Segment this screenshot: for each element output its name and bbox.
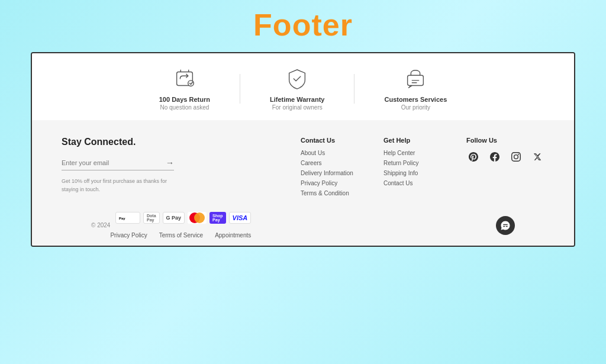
warranty-icon: [285, 66, 310, 91]
warranty-subtitle: For original owners: [272, 104, 323, 111]
apple-pay-icon: Pay: [115, 212, 140, 224]
footer-wrapper: 100 Days Return No question asked Lifeti…: [31, 52, 575, 247]
bottom-links: Privacy Policy Terms of Service Appointm…: [110, 232, 251, 239]
bottom-appointments-link[interactable]: Appointments: [215, 232, 251, 239]
svg-point-1: [188, 80, 194, 86]
benefit-return: 100 Days Return No question asked: [130, 66, 240, 111]
contact-us-column: Contact Us About Us Careers Delivery Inf…: [301, 137, 360, 200]
get-help-heading: Get Help: [383, 137, 443, 144]
newsletter-column: Stay Connected. → Get 10% off your first…: [62, 137, 192, 200]
link-about-us[interactable]: About Us: [301, 150, 360, 156]
link-shipping[interactable]: Shipping Info: [383, 170, 443, 176]
link-delivery[interactable]: Delivery Information: [301, 170, 360, 176]
mastercard-icon: [188, 212, 207, 224]
link-contact-us[interactable]: Contact Us: [383, 180, 443, 186]
customers-title: Customers Services: [384, 96, 447, 103]
facebook-icon[interactable]: [488, 150, 502, 164]
benefits-bar: 100 Days Return No question asked Lifeti…: [32, 53, 574, 120]
warranty-title: Lifetime Warranty: [270, 96, 325, 103]
twitter-x-icon[interactable]: [530, 150, 544, 164]
instagram-icon[interactable]: [509, 150, 523, 164]
email-input[interactable]: [62, 159, 166, 166]
bottom-terms-link[interactable]: Terms of Service: [159, 232, 203, 239]
gpay-icon: G Pay: [163, 212, 185, 224]
shoppay-icon: ShopPay: [209, 212, 226, 224]
footer-bottom: © 2024 Pay DotaPay G Pay ShopPay: [62, 200, 544, 246]
svg-text:Pay: Pay: [119, 217, 125, 220]
footer-bottom-right: Pay DotaPay G Pay ShopPay VISA Privacy P…: [110, 212, 251, 239]
submit-arrow-icon[interactable]: →: [166, 158, 174, 167]
main-footer: Stay Connected. → Get 10% off your first…: [32, 120, 574, 246]
link-careers[interactable]: Careers: [301, 160, 360, 166]
benefit-customers: Customers Services Our priority: [354, 66, 476, 111]
get-help-column: Get Help Help Center Return Policy Shipp…: [383, 137, 443, 200]
page-title: Footer: [0, 0, 606, 52]
payment-icons: Pay DotaPay G Pay ShopPay VISA: [115, 212, 251, 224]
customers-subtitle: Our priority: [401, 104, 430, 111]
contact-us-heading: Contact Us: [301, 137, 360, 144]
bottom-privacy-link[interactable]: Privacy Policy: [110, 232, 147, 239]
return-subtitle: No question asked: [160, 104, 209, 111]
copyright: © 2024: [91, 222, 110, 228]
newsletter-heading: Stay Connected.: [62, 137, 174, 147]
social-icons: [466, 150, 544, 164]
link-terms[interactable]: Terms & Condition: [301, 190, 360, 197]
follow-us-heading: Follow Us: [466, 137, 544, 144]
footer-top: Stay Connected. → Get 10% off your first…: [62, 137, 544, 200]
visa-icon: VISA: [229, 212, 252, 224]
customer-service-icon: [403, 66, 428, 91]
svg-point-7: [194, 212, 205, 223]
link-return-policy[interactable]: Return Policy: [383, 160, 443, 166]
return-title: 100 Days Return: [159, 96, 210, 103]
chat-icon[interactable]: [496, 216, 515, 235]
benefit-warranty: Lifetime Warranty For original owners: [240, 66, 354, 111]
pinterest-icon[interactable]: [466, 150, 481, 164]
return-icon: [172, 66, 197, 91]
newsletter-note: Get 10% off your first purchase as thank…: [62, 178, 174, 194]
dotapay-icon: DotaPay: [143, 212, 160, 224]
follow-us-column: Follow Us: [466, 137, 544, 200]
link-privacy-policy[interactable]: Privacy Policy: [301, 180, 360, 186]
email-input-row[interactable]: →: [62, 158, 174, 170]
link-help-center[interactable]: Help Center: [383, 150, 443, 156]
links-section: Contact Us About Us Careers Delivery Inf…: [192, 137, 544, 200]
